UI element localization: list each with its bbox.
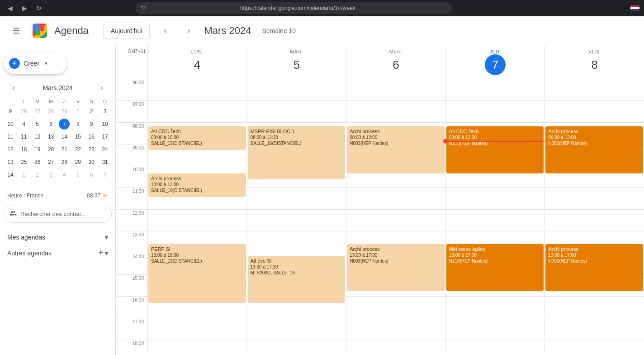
today-button[interactable]: Aujourd'hui	[103, 23, 150, 39]
autres-agendas-section[interactable]: Autres agendas + ▾	[4, 245, 112, 261]
day-name-thu: JEU.	[448, 49, 543, 54]
mini-cal-day[interactable]: 26	[17, 105, 31, 118]
mini-cal-day[interactable]: 7	[58, 118, 71, 130]
mini-cal-day[interactable]: 6	[85, 168, 98, 181]
mini-cal-day[interactable]: 24	[98, 143, 112, 156]
day-header-v: V	[71, 98, 85, 105]
mini-cal-day[interactable]: 27	[31, 105, 44, 118]
time-cell	[346, 318, 445, 340]
mini-cal-next-button[interactable]: ›	[95, 82, 108, 94]
day-num-fri[interactable]: 8	[584, 54, 605, 75]
event-location: M: S200G, SALLE_16	[251, 270, 343, 276]
browser-back-button[interactable]: ◀	[5, 3, 15, 14]
mini-cal-day[interactable]: 1	[17, 168, 31, 181]
time-cell	[346, 210, 445, 231]
mini-cal-day[interactable]: 21	[58, 143, 71, 156]
day-num-tue[interactable]: 5	[286, 54, 307, 75]
calendar-event[interactable]: Archi process 10:00 à 12:00 SALLE_19(DIS…	[148, 173, 246, 197]
calendar-event[interactable]: Atl évo SI 13:30 à 17:30 M: S200G, SALLE…	[248, 256, 346, 303]
event-time: 08:00 à 12:00	[548, 134, 640, 140]
calendar-event[interactable]: Atl CDC Tech 08:00 à 12:00 N218(HEP Nant…	[446, 126, 544, 173]
week-number: 9	[4, 105, 17, 118]
mini-cal-day[interactable]: 3	[44, 168, 58, 181]
mini-cal-day[interactable]: 20	[44, 143, 58, 156]
event-title: Atl CDC Tech	[449, 128, 541, 134]
calendar-event[interactable]: Archi process 08:00 à 12:00 N002(HEP Nan…	[545, 126, 643, 173]
mini-cal-day[interactable]: 19	[31, 143, 44, 156]
mini-cal-day[interactable]: 14	[58, 130, 71, 143]
contacts-icon	[9, 210, 17, 218]
calendar-event[interactable]: MSPR EISI BLOC 1 08:00 à 12:30 SALLE_16(…	[248, 126, 346, 179]
day-header-mon: LUN. 4	[147, 45, 247, 79]
calendar-event[interactable]: Atl CDC Tech 08:00 à 10:00 SALLE_19(DIST…	[148, 126, 246, 150]
time-cell	[247, 340, 346, 352]
mini-cal-day[interactable]: 15	[71, 130, 85, 143]
mini-cal-day[interactable]: 5	[71, 168, 85, 181]
mini-cal-day[interactable]: 27	[44, 156, 58, 168]
mini-cal-day[interactable]: 29	[58, 105, 71, 118]
time-label: 18:00	[116, 340, 147, 352]
mini-cal-day[interactable]: 8	[71, 118, 85, 130]
time-label: 11:00	[116, 188, 147, 210]
create-button[interactable]: + Créer ▾	[4, 53, 67, 74]
mini-cal-day[interactable]: 23	[85, 143, 98, 156]
prev-week-button[interactable]: ‹	[157, 23, 173, 39]
svg-rect-2	[35, 31, 40, 35]
browser-reload-button[interactable]: ↻	[33, 3, 44, 14]
mini-cal-day[interactable]: 10	[98, 118, 112, 130]
mini-cal-day[interactable]: 28	[58, 156, 71, 168]
mini-cal-day[interactable]: 4	[17, 118, 31, 130]
mini-cal-day[interactable]: 3	[98, 105, 112, 118]
day-num-thu[interactable]: 7	[485, 54, 506, 75]
mini-cal-day[interactable]: 26	[31, 156, 44, 168]
create-chevron-icon: ▾	[45, 60, 47, 67]
time-label: 07:00	[116, 101, 147, 123]
day-header-fri: VEN. 8	[545, 45, 644, 79]
mini-cal-day[interactable]: 28	[44, 105, 58, 118]
mini-cal-day[interactable]: 25	[17, 156, 31, 168]
mini-cal-day[interactable]: 4	[58, 168, 71, 181]
calendar-event[interactable]: Archi process 08:00 à 12:00 N003(HEP Nan…	[347, 126, 445, 173]
address-bar[interactable]: 🛡 https://calendar.google.com/calendar/u…	[135, 2, 452, 14]
time-cell	[545, 188, 644, 210]
mini-cal-day[interactable]: 17	[98, 130, 112, 143]
mini-cal-day[interactable]: 2	[31, 168, 44, 181]
mini-cal-prev-button[interactable]: ‹	[7, 82, 20, 94]
mini-cal-day[interactable]: 18	[17, 143, 31, 156]
mini-cal-day[interactable]: 2	[85, 105, 98, 118]
event-time: 13:00 à 18:00	[151, 252, 243, 258]
calendar-event[interactable]: Méthodes agiles 13:00 à 17:00 N218(HEP N…	[446, 244, 544, 291]
app-header: ☰ Agenda Aujourd'hui ‹ › Mars 2024 Semai…	[0, 16, 644, 45]
scrollable-grid[interactable]: 06:0007:0008:0009:0010:0011:0012:0013:00…	[116, 79, 644, 352]
mini-cal-day[interactable]: 13	[44, 130, 58, 143]
calendar-event[interactable]: Archi process 13:00 à 17:00 N003(HEP Nan…	[347, 244, 445, 291]
time-cell	[445, 188, 545, 210]
mini-cal-day[interactable]: 11	[17, 130, 31, 143]
mini-cal-day[interactable]: 6	[44, 118, 58, 130]
day-num-wed[interactable]: 6	[385, 54, 406, 75]
mini-cal-day[interactable]: 12	[31, 130, 44, 143]
mini-cal-day[interactable]: 1	[71, 105, 85, 118]
contacts-search[interactable]: Rechercher des contac...	[4, 205, 112, 223]
mini-cal-day[interactable]: 9	[85, 118, 98, 130]
calendar-event[interactable]: Archi process 13:00 à 17:00 N002(HEP Nan…	[545, 244, 643, 291]
mes-agendas-section[interactable]: Mes agendas ▾	[4, 230, 112, 245]
mini-cal-day[interactable]: 29	[71, 156, 85, 168]
day-num-mon[interactable]: 4	[187, 54, 208, 75]
browser-forward-button[interactable]: ▶	[19, 3, 30, 14]
mini-cal-day[interactable]: 5	[31, 118, 44, 130]
mini-cal-day[interactable]: 7	[98, 168, 112, 181]
time-cell	[147, 340, 247, 352]
mini-cal-day[interactable]: 16	[85, 130, 98, 143]
next-week-button[interactable]: ›	[180, 23, 197, 39]
mini-cal-day[interactable]: 30	[85, 156, 98, 168]
autres-agendas-label: Autres agendas	[7, 249, 52, 257]
hamburger-menu-button[interactable]: ☰	[7, 22, 25, 40]
day-header-m1: M	[31, 98, 44, 105]
mini-cal-header: ‹ Mars 2024 ›	[4, 82, 112, 94]
mini-cal-day[interactable]: 22	[71, 143, 85, 156]
autres-agendas-add-icon[interactable]: +	[98, 248, 103, 258]
time-cell	[346, 297, 445, 318]
mini-cal-day[interactable]: 31	[98, 156, 112, 168]
calendar-event[interactable]: PERF SI 13:00 à 18:00 SALLE_15(DISTANCIE…	[148, 244, 246, 303]
